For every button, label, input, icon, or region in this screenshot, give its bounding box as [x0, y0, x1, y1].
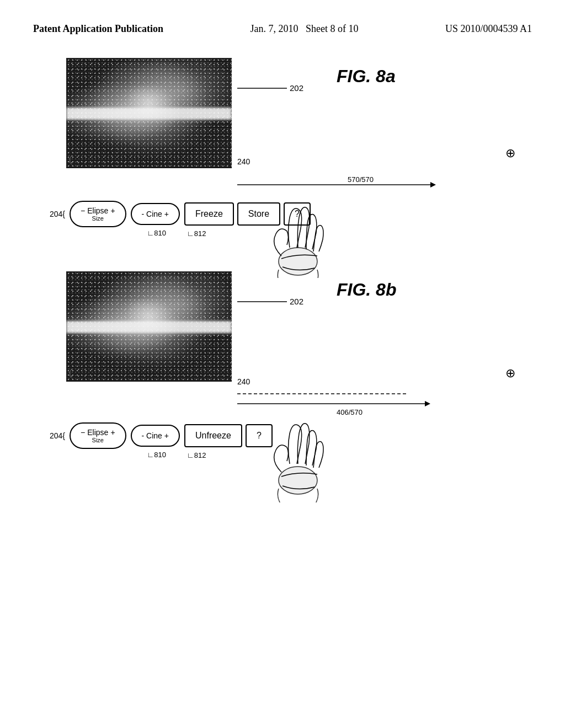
svg-text:570/570: 570/570 — [348, 175, 374, 184]
main-content: ( 202 FIG. 8a 570/570 — [0, 47, 565, 488]
ref-810-8a: ∟810 — [147, 229, 166, 237]
freeze-button-8a[interactable]: Freeze — [184, 202, 234, 226]
svg-point-13 — [279, 467, 317, 494]
ref-812-8b: ∟812 — [187, 451, 206, 459]
target-icon-8b: ⊕ — [505, 366, 515, 381]
ultrasound-image-8b — [66, 271, 232, 382]
figure-8a: ( 202 FIG. 8a 570/570 — [33, 58, 532, 227]
arrows-240-8b: 406/570 — [237, 387, 458, 417]
publication-date: Jan. 7, 2010 Sheet 8 of 10 — [250, 22, 359, 36]
figure-8b: ( 202 FIG. 8b — [33, 271, 532, 449]
unfreeze-button-8b[interactable]: Unfreeze — [184, 424, 242, 447]
hand-gesture-8a — [254, 195, 342, 280]
svg-marker-11 — [425, 401, 430, 406]
page-header: Patent Application Publication Jan. 7, 2… — [0, 0, 565, 47]
elipse-minus-8a: − — [81, 206, 85, 215]
elipse-label-8b: Elipse — [87, 428, 108, 437]
corner-mark-8a: ( — [69, 154, 72, 165]
ref-204-8a: 204{ — [50, 210, 65, 218]
corner-mark-8b: ( — [69, 367, 72, 379]
ref-812-8a: ∟812 — [187, 229, 206, 238]
ultrasound-image-8a — [66, 58, 232, 168]
elipse-plus-8a: + — [110, 206, 115, 215]
elipse-plus-8b: + — [110, 428, 115, 437]
publication-title: Patent Application Publication — [33, 22, 163, 36]
ref-810-8b: ∟810 — [147, 451, 166, 459]
elipse-label-8a: Elipse — [87, 206, 108, 215]
ref-240-8b: 240 — [237, 377, 250, 386]
hand-gesture-8b — [254, 414, 342, 505]
cine-button-8a[interactable]: - Cine + — [131, 203, 180, 225]
patent-number: US 2010/0004539 A1 — [445, 22, 532, 36]
svg-text:202: 202 — [290, 83, 303, 93]
svg-text:202: 202 — [290, 297, 303, 306]
elipse-button-8a[interactable]: − Elipse + Size — [70, 201, 126, 227]
target-icon-8a: ⊕ — [505, 146, 515, 160]
elipse-button-8b[interactable]: − Elipse + Size — [70, 422, 126, 449]
fig-8a-label: FIG. 8a — [337, 66, 396, 87]
elipse-size-8a: Size — [81, 215, 115, 222]
svg-marker-3 — [430, 182, 436, 188]
elipse-minus-8b: − — [81, 428, 85, 437]
fig-8b-label: FIG. 8b — [337, 280, 396, 300]
ref-240-8a: 240 — [237, 157, 250, 166]
elipse-size-8b: Size — [81, 437, 115, 443]
cine-button-8b[interactable]: - Cine + — [131, 425, 180, 447]
ref-204-8b: 204{ — [50, 431, 65, 440]
arrow-240-8a: 570/570 — [237, 174, 458, 196]
